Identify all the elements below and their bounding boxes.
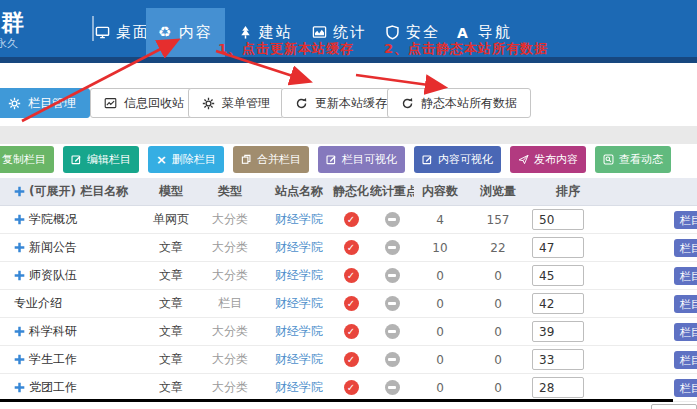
- content-count: 0: [414, 353, 466, 367]
- gear-icon: [202, 97, 215, 110]
- sort-input[interactable]: [532, 377, 584, 398]
- stat-focus-minus-badge[interactable]: [385, 240, 400, 255]
- expand-plus-icon[interactable]: [14, 382, 25, 393]
- column-name: 师资队伍: [29, 267, 77, 284]
- content-count: 0: [414, 269, 466, 283]
- column-type: 大分类: [194, 323, 266, 340]
- button-label: 栏目可视化: [342, 152, 397, 167]
- delete-column-button[interactable]: × 删除栏目: [148, 146, 224, 173]
- site-link[interactable]: 财经学院: [266, 267, 332, 284]
- view-count: 157: [466, 213, 530, 227]
- header-count: 内容数: [414, 183, 466, 200]
- expand-plus-icon[interactable]: [14, 214, 25, 225]
- content-visualize-button[interactable]: 内容可视化: [414, 146, 501, 173]
- copy-column-button[interactable]: 复制栏目: [0, 146, 54, 173]
- stat-focus-minus-badge[interactable]: [385, 296, 400, 311]
- expand-plus-icon[interactable]: [14, 270, 25, 281]
- letter-a-icon: A: [457, 25, 472, 40]
- button-label: 菜单管理: [222, 95, 270, 112]
- expand-plus-icon[interactable]: [14, 354, 25, 365]
- nav-item-content[interactable]: ♻ 内容: [146, 8, 225, 57]
- chart-icon: [312, 25, 327, 40]
- sort-input[interactable]: [532, 349, 584, 370]
- button-label: 删除栏目: [172, 152, 216, 167]
- merge-column-button[interactable]: 合并栏目: [233, 146, 309, 173]
- column-model: 文章: [148, 323, 194, 340]
- site-link[interactable]: 财经学院: [266, 323, 332, 340]
- stat-focus-minus-badge[interactable]: [385, 212, 400, 227]
- site-link[interactable]: 财经学院: [266, 379, 332, 396]
- table-row: 新闻公告 文章 大分类 财经学院 ✓ 10 22 栏目管理: [0, 234, 697, 262]
- search-icon: [603, 154, 614, 165]
- site-link[interactable]: 财经学院: [266, 211, 332, 228]
- column-type: 大分类: [194, 239, 266, 256]
- column-model: 文章: [148, 239, 194, 256]
- column-model: 单网页: [148, 211, 194, 228]
- expand-plus-icon[interactable]: [14, 326, 25, 337]
- static-check-badge[interactable]: ✓: [344, 296, 359, 311]
- button-label: 信息回收站: [124, 95, 184, 112]
- header-sort: 排序: [530, 183, 620, 200]
- column-name: 学院概况: [29, 211, 77, 228]
- site-link[interactable]: 财经学院: [266, 239, 332, 256]
- column-visualize-button[interactable]: 栏目可视化: [318, 146, 405, 173]
- column-type: 大分类: [194, 351, 266, 368]
- action-button-bar: 复制栏目 编辑栏目 × 删除栏目 合并栏目 栏目可视化 内容可视化 发布内容 查: [0, 146, 671, 173]
- stat-focus-minus-badge[interactable]: [385, 352, 400, 367]
- content-count: 0: [414, 325, 466, 339]
- section-divider-band: [0, 126, 697, 144]
- site-link[interactable]: 财经学院: [266, 295, 332, 312]
- refresh-icon: [295, 97, 308, 110]
- sort-input[interactable]: [532, 237, 584, 258]
- table-row: 党团工作 文章 大分类 财经学院 ✓ 0 0 栏目管理: [0, 374, 697, 402]
- info-recycle-bin-button[interactable]: 信息回收站: [90, 88, 198, 118]
- partial-next-row-input[interactable]: [651, 404, 697, 409]
- edit-column-button[interactable]: 编辑栏目: [63, 146, 139, 173]
- sort-input[interactable]: [532, 209, 584, 230]
- static-all-data-button[interactable]: 静态本站所有数据: [387, 88, 531, 118]
- site-link[interactable]: 财经学院: [266, 351, 332, 368]
- refresh-site-cache-button[interactable]: 更新本站缓存: [281, 88, 401, 118]
- menu-manage-button[interactable]: 菜单管理: [188, 88, 284, 118]
- nav-label: 内容: [179, 23, 213, 42]
- edit-icon: [422, 154, 433, 165]
- button-label: 发布内容: [534, 152, 578, 167]
- column-name: 新闻公告: [29, 239, 77, 256]
- arrow-to-static-data-button: [356, 75, 443, 87]
- publish-content-button[interactable]: 发布内容: [510, 146, 586, 173]
- static-check-badge[interactable]: ✓: [344, 380, 359, 395]
- edit-icon: [326, 154, 337, 165]
- column-name: 学生工作: [29, 351, 77, 368]
- static-check-badge[interactable]: ✓: [344, 352, 359, 367]
- static-check-badge[interactable]: ✓: [344, 240, 359, 255]
- header-column-name: (可展开) 栏目名称: [29, 183, 128, 200]
- button-label: 内容可视化: [438, 152, 493, 167]
- view-activity-button[interactable]: 查看动态: [595, 146, 671, 173]
- stat-focus-minus-badge[interactable]: [385, 380, 400, 395]
- annotation-note-1: 1、点击更新本站缓存: [218, 40, 354, 58]
- button-label: 复制栏目: [2, 152, 46, 167]
- stat-focus-minus-badge[interactable]: [385, 268, 400, 283]
- paper-plane-icon: [518, 154, 529, 165]
- static-check-badge[interactable]: ✓: [344, 212, 359, 227]
- static-check-badge[interactable]: ✓: [344, 268, 359, 283]
- sort-input[interactable]: [532, 293, 584, 314]
- column-name: 科学科研: [29, 323, 77, 340]
- column-type: 大分类: [194, 379, 266, 396]
- header-static: 静态化: [332, 183, 370, 200]
- expand-plus-icon: [14, 186, 25, 197]
- expand-plus-icon[interactable]: [14, 242, 25, 253]
- stat-focus-minus-badge[interactable]: [385, 324, 400, 339]
- line-chart-icon: [104, 97, 117, 110]
- sort-input[interactable]: [532, 265, 584, 286]
- sort-input[interactable]: [532, 321, 584, 342]
- button-label: 编辑栏目: [87, 152, 131, 167]
- view-count: 0: [466, 297, 530, 311]
- tree-icon: [238, 25, 253, 40]
- static-check-badge[interactable]: ✓: [344, 324, 359, 339]
- column-manage-button[interactable]: 栏目管理: [0, 88, 90, 118]
- column-type: 栏目: [194, 295, 266, 312]
- copy-icon: [241, 154, 252, 165]
- button-label: 静态本站所有数据: [421, 95, 517, 112]
- column-table: (可展开) 栏目名称 模型 类型 站点名称 静态化 统计重点 内容数 浏览量 排…: [0, 178, 697, 402]
